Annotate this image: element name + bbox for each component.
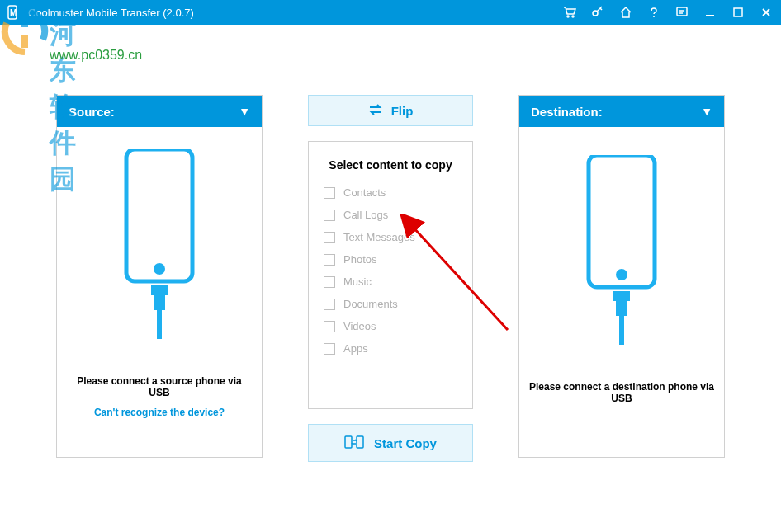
phone-usb-icon — [568, 155, 675, 348]
destination-panel: Destination: ▼ Please connect a destinat… — [518, 95, 725, 458]
svg-rect-16 — [357, 436, 363, 448]
flip-icon — [368, 104, 383, 118]
item-label: Videos — [343, 320, 376, 332]
svg-rect-21 — [619, 316, 624, 345]
svg-rect-12 — [151, 285, 168, 295]
svg-rect-19 — [613, 291, 630, 301]
flip-label: Flip — [391, 104, 414, 118]
app-logo-icon: M — [7, 5, 21, 20]
item-label: Apps — [343, 342, 368, 355]
content-selection-box: Select content to copy Contacts Call Log… — [308, 141, 473, 409]
middle-column: Flip Select content to copy Contacts Cal… — [308, 95, 473, 462]
content-item-videos[interactable]: Videos — [324, 320, 457, 332]
svg-rect-13 — [154, 295, 165, 310]
content-item-apps[interactable]: Apps — [324, 342, 457, 355]
source-connect-text: Please connect a source phone via USB — [65, 375, 253, 398]
checkbox[interactable] — [324, 210, 335, 221]
destination-header-label: Destination: — [531, 105, 603, 119]
svg-point-18 — [616, 269, 627, 280]
svg-rect-10 — [126, 149, 192, 281]
home-icon[interactable] — [618, 4, 634, 21]
item-label: Call Logs — [343, 209, 388, 221]
source-header-label: Source: — [69, 105, 115, 119]
flip-button[interactable]: Flip — [308, 95, 473, 126]
checkbox[interactable] — [324, 187, 335, 199]
svg-rect-17 — [589, 155, 655, 287]
svg-rect-15 — [345, 436, 352, 448]
item-label: Documents — [343, 298, 398, 310]
svg-rect-7 — [734, 8, 742, 16]
item-label: Music — [343, 275, 372, 288]
checkbox[interactable] — [324, 276, 335, 288]
content-item-text-messages[interactable]: Text Messages — [324, 231, 457, 243]
content-item-documents[interactable]: Documents — [324, 298, 457, 310]
dropdown-arrow-icon: ▼ — [239, 105, 250, 118]
item-label: Contacts — [343, 186, 386, 199]
content-item-contacts[interactable]: Contacts — [324, 186, 457, 199]
svg-point-3 — [572, 16, 574, 17]
content-item-photos[interactable]: Photos — [324, 253, 457, 266]
checkbox[interactable] — [324, 232, 335, 243]
key-icon[interactable] — [589, 4, 606, 21]
main-content: Source: ▼ Please connect a source phone … — [0, 25, 781, 462]
cart-icon[interactable] — [561, 4, 578, 21]
content-item-call-logs[interactable]: Call Logs — [324, 209, 457, 221]
window-title: Coolmuster Mobile Transfer (2.0.7) — [28, 7, 561, 19]
titlebar-controls — [561, 4, 774, 21]
svg-rect-5 — [677, 7, 687, 16]
svg-point-11 — [154, 263, 165, 275]
checkbox[interactable] — [324, 321, 335, 332]
svg-rect-6 — [706, 15, 714, 16]
start-copy-label: Start Copy — [374, 436, 437, 450]
phone-usb-icon — [106, 149, 213, 342]
maximize-button[interactable] — [730, 4, 746, 21]
checkbox[interactable] — [324, 343, 335, 355]
help-icon[interactable] — [646, 4, 662, 21]
source-body: Please connect a source phone via USB Ca… — [57, 127, 262, 457]
minimize-button[interactable] — [702, 4, 718, 21]
close-button[interactable] — [758, 4, 774, 21]
svg-text:M: M — [10, 8, 17, 17]
svg-rect-20 — [616, 301, 627, 316]
content-title: Select content to copy — [324, 158, 457, 172]
item-label: Text Messages — [343, 231, 415, 243]
source-panel: Source: ▼ Please connect a source phone … — [56, 95, 263, 458]
destination-body: Please connect a destination phone via U… — [519, 127, 724, 457]
destination-header[interactable]: Destination: ▼ — [519, 96, 724, 127]
item-label: Photos — [343, 253, 376, 266]
destination-connect-text: Please connect a destination phone via U… — [528, 381, 716, 404]
checkbox[interactable] — [324, 254, 335, 266]
dropdown-arrow-icon: ▼ — [701, 105, 712, 118]
recognize-link[interactable]: Can't recognize the device? — [94, 407, 225, 418]
titlebar: M Coolmuster Mobile Transfer (2.0.7) — [0, 0, 781, 25]
source-header[interactable]: Source: ▼ — [57, 96, 262, 127]
content-item-music[interactable]: Music — [324, 275, 457, 288]
svg-point-2 — [567, 16, 569, 17]
feedback-icon[interactable] — [674, 4, 690, 21]
checkbox[interactable] — [324, 299, 335, 310]
svg-rect-14 — [157, 310, 162, 339]
transfer-icon — [344, 435, 364, 452]
start-copy-button[interactable]: Start Copy — [308, 424, 473, 462]
